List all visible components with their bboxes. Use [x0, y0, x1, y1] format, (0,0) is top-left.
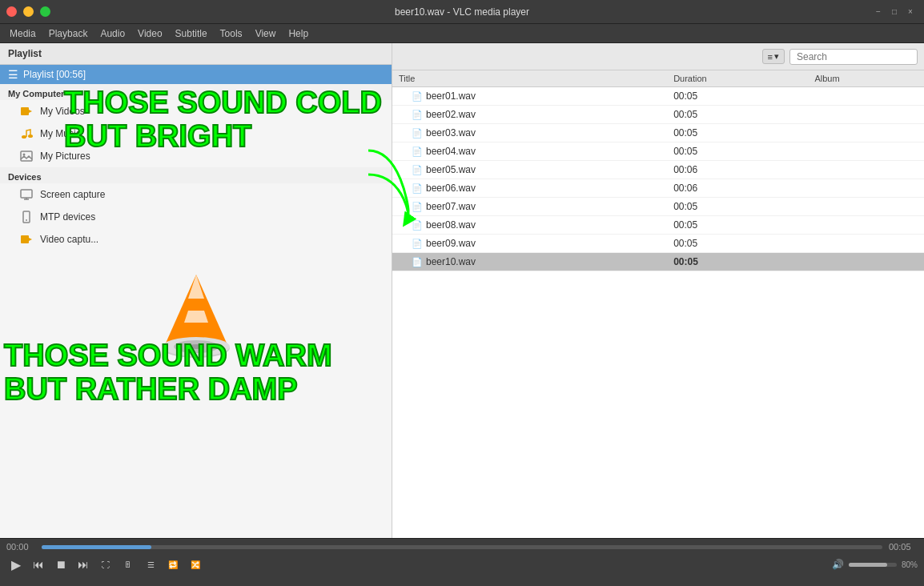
table-row[interactable]: 📄 beer08.wav 00:05 — [392, 216, 924, 235]
table-row[interactable]: 📄 beer01.wav 00:05 — [392, 87, 924, 106]
menu-audio[interactable]: Audio — [94, 26, 131, 41]
sidebar-item-videos[interactable]: My Videos — [0, 100, 392, 122]
file-duration-cell: 00:06 — [667, 161, 808, 179]
volume-bar[interactable] — [849, 563, 897, 567]
volume-percentage: 80% — [902, 560, 918, 569]
playback-controls: ▶ ⏮ ⏹ ⏭ ⛶ 🎚 ☰ 🔁 🔀 — [6, 555, 205, 574]
menu-view[interactable]: View — [249, 26, 283, 41]
svg-marker-13 — [184, 311, 208, 323]
table-row[interactable]: 📄 beer03.wav 00:05 — [392, 124, 924, 142]
file-name-cell: 📄 beer02.wav — [392, 106, 667, 124]
device-icon — [19, 210, 34, 224]
sidebar-item-pictures[interactable]: My Pictures — [0, 145, 392, 167]
table-row[interactable]: 📄 beer02.wav 00:05 — [392, 106, 924, 124]
sidebar-item-pictures-label: My Pictures — [40, 151, 90, 162]
restore-button[interactable]: □ — [887, 5, 902, 19]
file-album-cell — [808, 179, 924, 198]
playlist-button[interactable]: ☰ — [141, 555, 160, 574]
sidebar-header: Playlist — [0, 43, 392, 65]
file-name: beer02.wav — [426, 109, 476, 120]
menu-subtitle[interactable]: Subtitle — [169, 26, 214, 41]
titlebar-controls: − □ × — [871, 5, 918, 19]
sidebar-item-music-label: My Music — [40, 128, 81, 139]
sidebar-item-music[interactable]: My Music — [0, 122, 392, 145]
file-name: beer06.wav — [426, 183, 476, 194]
skip-back-button[interactable]: ⏮ — [29, 555, 48, 574]
playlist-toolbar: ≡ ▾ — [392, 43, 924, 70]
playlist-subheader[interactable]: ☰ Playlist [00:56] — [0, 65, 392, 84]
col-duration: Duration — [667, 70, 808, 87]
sidebar-item-video-capture-label: Video captu... — [40, 234, 98, 245]
menu-media[interactable]: Media — [3, 26, 42, 41]
file-icon: 📄 — [412, 220, 423, 231]
svg-marker-1 — [29, 110, 32, 113]
close-traffic-light[interactable] — [6, 6, 17, 17]
svg-point-2 — [22, 135, 26, 138]
vlc-logo-area — [0, 251, 392, 379]
file-icon: 📄 — [412, 128, 423, 138]
file-name: beer10.wav — [426, 256, 476, 267]
section-my-computer: My Computer — [0, 84, 392, 100]
search-input[interactable] — [789, 49, 918, 65]
screen-capture-icon — [19, 187, 34, 202]
eq-button[interactable]: 🎚 — [119, 555, 138, 574]
file-duration-cell: 00:05 — [667, 235, 808, 253]
table-row[interactable]: 📄 beer07.wav 00:05 — [392, 198, 924, 216]
file-name-cell: 📄 beer10.wav — [392, 253, 667, 271]
close-button[interactable]: × — [903, 5, 918, 19]
col-title: Title — [392, 70, 667, 87]
file-album-cell — [808, 161, 924, 179]
menu-tools[interactable]: Tools — [214, 26, 249, 41]
sidebar-item-screen-capture[interactable]: Screen capture — [0, 183, 392, 206]
file-list: 📄 beer01.wav 00:05 📄 beer02.wav 00:05 — [392, 87, 924, 271]
file-table: Title Duration Album 📄 beer01.wav 00:05 — [392, 70, 924, 538]
file-name: beer07.wav — [426, 201, 476, 212]
file-name-cell: 📄 beer06.wav — [392, 179, 667, 198]
fullscreen-button[interactable]: ⛶ — [96, 555, 115, 574]
table-row[interactable]: 📄 beer05.wav 00:06 — [392, 161, 924, 179]
progress-bar[interactable] — [42, 545, 882, 549]
video-icon — [19, 104, 34, 118]
file-album-cell — [808, 216, 924, 235]
file-name: beer08.wav — [426, 219, 476, 231]
table-row[interactable]: 📄 beer06.wav 00:06 — [392, 179, 924, 198]
file-name: beer01.wav — [426, 90, 476, 102]
file-name: beer09.wav — [426, 238, 476, 249]
playlist-icon: ☰ — [8, 68, 18, 81]
table-row[interactable]: 📄 beer10.wav 00:05 — [392, 253, 924, 271]
skip-forward-button[interactable]: ⏭ — [74, 555, 93, 574]
file-icon: 📄 — [412, 110, 423, 120]
file-album-cell — [808, 124, 924, 142]
file-name-cell: 📄 beer01.wav — [392, 87, 667, 106]
file-duration-cell: 00:06 — [667, 179, 808, 198]
pictures-icon — [19, 149, 34, 163]
play-button[interactable]: ▶ — [6, 555, 26, 574]
table-header-row: Title Duration Album — [392, 70, 924, 87]
minimize-button[interactable]: − — [871, 5, 886, 19]
file-name: beer04.wav — [426, 146, 476, 157]
file-duration-cell: 00:05 — [667, 253, 808, 271]
maximize-traffic-light[interactable] — [40, 6, 50, 17]
table-row[interactable]: 📄 beer04.wav 00:05 — [392, 142, 924, 161]
shuffle-button[interactable]: 🔀 — [186, 555, 205, 574]
menu-playback[interactable]: Playback — [42, 26, 94, 41]
sidebar-item-videos-label: My Videos — [40, 106, 85, 117]
svg-rect-0 — [21, 107, 29, 115]
svg-rect-9 — [21, 235, 29, 243]
sidebar-item-screen-label: Screen capture — [40, 189, 105, 200]
sidebar-item-video-capture[interactable]: Video captu... — [0, 228, 392, 251]
file-duration-cell: 00:05 — [667, 198, 808, 216]
menu-help[interactable]: Help — [282, 26, 315, 41]
menu-video[interactable]: Video — [131, 26, 168, 41]
list-view-button[interactable]: ≡ ▾ — [762, 49, 785, 64]
sidebar-item-mtp[interactable]: MTP devices — [0, 206, 392, 228]
minimize-traffic-light[interactable] — [23, 6, 34, 17]
table-row[interactable]: 📄 beer09.wav 00:05 — [392, 235, 924, 253]
file-icon: 📄 — [412, 91, 423, 102]
file-album-cell — [808, 198, 924, 216]
file-album-cell — [808, 235, 924, 253]
file-icon: 📄 — [412, 183, 423, 194]
stop-button[interactable]: ⏹ — [51, 555, 70, 574]
file-duration-cell: 00:05 — [667, 216, 808, 235]
loop-button[interactable]: 🔁 — [163, 555, 183, 574]
